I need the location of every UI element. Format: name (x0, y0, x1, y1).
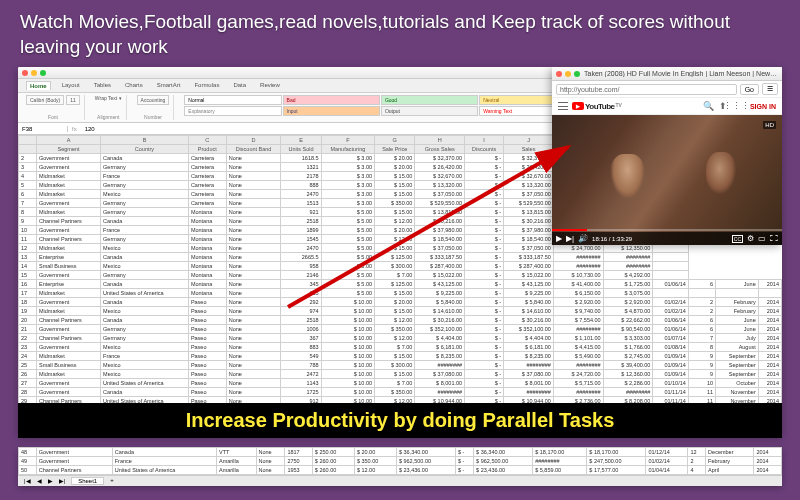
cell[interactable]: $ 2,286.00 (603, 379, 653, 388)
cell[interactable]: France (101, 172, 189, 181)
cell[interactable]: Paseo (188, 370, 226, 379)
cell[interactable]: $ 14,610.00 (415, 307, 465, 316)
cell[interactable]: 13 (19, 253, 37, 262)
cell[interactable]: 8 (19, 208, 37, 217)
cell[interactable]: 2470 (281, 244, 321, 253)
ribbon-tab-data[interactable]: Data (230, 81, 249, 90)
cell[interactable]: None (226, 217, 281, 226)
cell[interactable]: 22 (19, 334, 37, 343)
cell[interactable]: $ 9,225.00 (415, 289, 465, 298)
cell[interactable]: 2665.5 (281, 253, 321, 262)
cell[interactable]: $ 20.00 (354, 448, 396, 457)
cell[interactable]: Government (37, 298, 101, 307)
cell[interactable]: Small Business (37, 361, 101, 370)
cell[interactable]: None (226, 181, 281, 190)
cell[interactable]: $ - (465, 163, 504, 172)
ribbon-tab-smartart[interactable]: SmartArt (154, 81, 184, 90)
col-header[interactable]: B (101, 136, 189, 145)
cell[interactable]: $ 529,550.00 (504, 199, 554, 208)
cell[interactable]: Government (37, 388, 101, 397)
cell[interactable]: Canada (101, 298, 189, 307)
sheet-nav-prev[interactable]: ◀ (37, 477, 42, 485)
cell[interactable]: $ 26,420.00 (415, 163, 465, 172)
cell[interactable]: None (226, 172, 281, 181)
col-header[interactable]: G (375, 136, 415, 145)
cell[interactable]: $ 23,436.00 (474, 466, 533, 475)
cell[interactable]: 9 (688, 352, 715, 361)
cell[interactable]: None (256, 466, 285, 475)
sheet-nav-last[interactable]: ▶| (59, 477, 66, 485)
cell[interactable]: 2 (688, 457, 706, 466)
cell[interactable]: Small Business (37, 262, 101, 271)
cell[interactable]: $ - (465, 235, 504, 244)
cell[interactable]: $ 247,500.00 (587, 457, 646, 466)
ribbon-tab-layout[interactable]: Layout (59, 81, 83, 90)
style-explanatory[interactable]: Explanatory (184, 106, 281, 116)
cell[interactable]: $ 17,577.00 (587, 466, 646, 475)
style-good[interactable]: Good (381, 95, 478, 105)
cell[interactable]: Government (37, 199, 101, 208)
cell[interactable]: 2014 (758, 388, 781, 397)
cell[interactable]: $ - (465, 352, 504, 361)
cell[interactable]: $ 5,840.00 (415, 298, 465, 307)
cell[interactable]: 01/11/14 (653, 388, 688, 397)
cell[interactable]: Montana (188, 235, 226, 244)
table-row[interactable]: 13EnterpriseCanadaMontanaNone2665.5$ 5.0… (19, 253, 782, 262)
cell[interactable] (758, 289, 781, 298)
cell[interactable]: Mexico (101, 244, 189, 253)
cell[interactable]: $ 10.00 (321, 352, 374, 361)
cell[interactable]: $ - (465, 343, 504, 352)
cell[interactable]: $ - (465, 271, 504, 280)
cell[interactable]: February (716, 307, 759, 316)
cell[interactable]: 26 (19, 370, 37, 379)
cell[interactable]: Government (37, 325, 101, 334)
cell[interactable]: 292 (281, 298, 321, 307)
cell[interactable]: Canada (101, 253, 189, 262)
cell[interactable]: $ 3,075.00 (603, 289, 653, 298)
cell[interactable]: $ 90,540.00 (603, 325, 653, 334)
cell[interactable]: $ - (465, 199, 504, 208)
cell[interactable]: Mexico (101, 190, 189, 199)
cell[interactable]: $ 15,022.00 (504, 271, 554, 280)
cell[interactable]: 10 (688, 379, 715, 388)
wrap-text-button[interactable]: Wrap Text ▾ (95, 95, 122, 101)
cell[interactable]: Midmarket (37, 190, 101, 199)
volume-icon[interactable]: 🔊 (578, 234, 588, 243)
cell[interactable]: $ 8,235.00 (415, 352, 465, 361)
cell[interactable]: $ 15.00 (375, 289, 415, 298)
cell[interactable]: Midmarket (37, 289, 101, 298)
cell[interactable]: $ 12.00 (375, 334, 415, 343)
cell[interactable]: Government (37, 343, 101, 352)
cell[interactable]: 2014 (754, 457, 782, 466)
cell[interactable]: $ 22,662.00 (603, 316, 653, 325)
cell[interactable]: Paseo (188, 316, 226, 325)
cell[interactable]: 1953 (285, 466, 312, 475)
cell[interactable]: October (716, 379, 759, 388)
search-icon[interactable]: 🔍 (704, 101, 714, 111)
cell[interactable]: $ 15.00 (375, 244, 415, 253)
cell[interactable]: $ 529,550.00 (415, 199, 465, 208)
cell[interactable]: $ 962,500.00 (474, 457, 533, 466)
cell[interactable]: None (226, 262, 281, 271)
cell[interactable]: 1817 (285, 448, 312, 457)
cell[interactable]: 958 (281, 262, 321, 271)
cell[interactable]: $ 18,540.00 (415, 235, 465, 244)
cell[interactable]: Montana (188, 208, 226, 217)
cell[interactable]: Carretera (188, 199, 226, 208)
cell[interactable]: $ 352,100.00 (504, 325, 554, 334)
ribbon-tab-charts[interactable]: Charts (122, 81, 146, 90)
cell[interactable]: $ - (465, 253, 504, 262)
cell[interactable]: Midmarket (37, 352, 101, 361)
cell[interactable]: $ 15.00 (375, 352, 415, 361)
cell[interactable]: 50 (19, 466, 37, 475)
cell[interactable]: $ 30,216.00 (504, 316, 554, 325)
cell[interactable]: $ 5.00 (321, 226, 374, 235)
cell[interactable]: Paseo (188, 334, 226, 343)
cell[interactable]: ######## (603, 262, 653, 271)
cell[interactable]: $ - (465, 181, 504, 190)
cell[interactable]: None (226, 379, 281, 388)
cell[interactable]: $ 5,840.00 (504, 298, 554, 307)
cell[interactable]: 974 (281, 307, 321, 316)
cell[interactable]: $ 20.00 (375, 226, 415, 235)
col-header[interactable]: F (321, 136, 374, 145)
